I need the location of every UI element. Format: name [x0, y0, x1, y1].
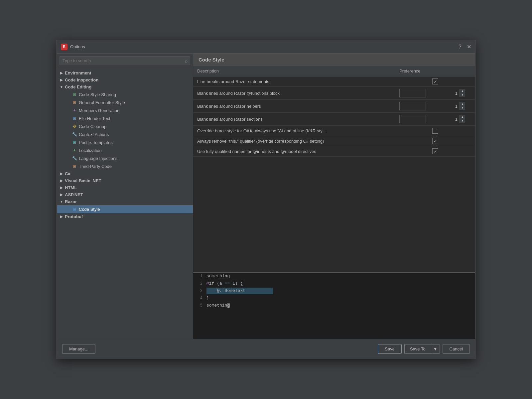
pref-blank-lines-helpers[interactable]: ▲▼	[395, 100, 475, 113]
tree-item-razor[interactable]: ▼Razor	[57, 198, 193, 205]
tree-item-icon: ⊞	[71, 99, 77, 105]
tree-item-context-actions[interactable]: 🔧Context Actions	[57, 130, 193, 138]
tree-item-icon: 🔧	[71, 155, 77, 161]
right-panel: Code Style Description Preference Line b…	[193, 54, 475, 339]
tree-item-icon: ⊞	[71, 115, 77, 121]
manage-button[interactable]: Manage...	[62, 344, 95, 354]
spinner-up-blank-lines-helpers[interactable]: ▲	[460, 102, 465, 106]
tree-item-code-inspection[interactable]: ▶Code Inspection	[57, 76, 193, 83]
options-dialog: R Options ? ✕ ⌕ ▶Environment▶Code Inspec…	[57, 40, 475, 359]
tree-item-members-generation[interactable]: ✦Members Generation	[57, 106, 193, 114]
tree-item-protobuf[interactable]: ▶Protobuf	[57, 213, 193, 220]
table-row: Override brace style for C# to always us…	[193, 126, 475, 136]
tree-item-third-party-code[interactable]: ⊞Third-Party Code	[57, 162, 193, 170]
tree-item-label: HTML	[65, 185, 77, 190]
checkbox-override-brace-style[interactable]	[432, 128, 438, 134]
line-number: 1	[193, 273, 206, 280]
spinner-input-blank-lines-helpers[interactable]	[400, 103, 460, 110]
tree-item-code-editing[interactable]: ▼Code Editing	[57, 83, 193, 90]
search-box: ⌕	[57, 54, 193, 68]
pref-line-breaks-razor[interactable]: ✓	[395, 76, 475, 87]
tree-item-icon: ✦	[71, 107, 77, 113]
cancel-button[interactable]: Cancel	[443, 344, 470, 354]
col-description: Description	[193, 66, 395, 76]
line-content: something	[206, 273, 230, 280]
table-row: Blank lines around Razor sections▲▼	[193, 113, 475, 126]
checkbox-fully-qualified-names[interactable]: ✓	[432, 148, 438, 154]
desc-fully-qualified-names: Use fully qualified names for @inherits …	[193, 146, 395, 157]
tree-item-label: Localization	[79, 148, 102, 153]
tree-item-icon: ⊞	[71, 139, 77, 145]
line-number: 2	[193, 280, 206, 287]
desc-line-breaks-razor: Line breaks around Razor statements	[193, 76, 395, 87]
code-line: 5something	[193, 302, 475, 309]
spinner-down-blank-lines-helpers[interactable]: ▼	[460, 106, 465, 110]
tree-item-label: C#	[65, 171, 70, 176]
pref-always-remove-this[interactable]: ✓	[395, 136, 475, 146]
tree-item-language-injections[interactable]: 🔧Language Injections	[57, 154, 193, 162]
tree-item-label: General Formatter Style	[79, 100, 125, 105]
col-preference: Preference	[395, 66, 475, 76]
tree-item-file-header-text[interactable]: ⊞File Header Text	[57, 114, 193, 122]
pref-blank-lines-functions[interactable]: ▲▼	[395, 87, 475, 100]
left-panel: ⌕ ▶Environment▶Code Inspection▼Code Edit…	[57, 54, 193, 339]
tree-arrow: ▶	[60, 186, 64, 190]
line-content: @if (a == 1) {	[206, 280, 243, 287]
tree-arrow: ▶	[60, 179, 64, 183]
pref-blank-lines-sections[interactable]: ▲▼	[395, 113, 475, 126]
desc-override-brace-style: Override brace style for C# to always us…	[193, 126, 395, 136]
code-line: 2@if (a == 1) {	[193, 280, 475, 287]
table-row: Blank lines around Razor @functions bloc…	[193, 87, 475, 100]
pref-fully-qualified-names[interactable]: ✓	[395, 146, 475, 157]
tree-arrow: ▶	[60, 193, 64, 197]
tree-item-postfix-templates[interactable]: ⊞Postfix Templates	[57, 138, 193, 146]
tree-item-code-style[interactable]: ⊞Code Style	[57, 205, 193, 213]
tree-item-localization[interactable]: ✦Localization	[57, 146, 193, 154]
spinner-down-blank-lines-sections[interactable]: ▼	[460, 119, 465, 123]
code-line: 4}	[193, 295, 475, 302]
tree-item-general-formatter-style[interactable]: ⊞General Formatter Style	[57, 98, 193, 106]
tree-item-environment[interactable]: ▶Environment	[57, 69, 193, 76]
desc-blank-lines-functions: Blank lines around Razor @functions bloc…	[193, 87, 395, 100]
tree-item-label: Environment	[65, 70, 91, 75]
spinner-input-blank-lines-functions[interactable]	[400, 90, 460, 97]
tree-item-label: Context Actions	[79, 132, 109, 137]
tree-item-code-cleanup[interactable]: ⚙Code Cleanup	[57, 122, 193, 130]
tree-panel: ▶Environment▶Code Inspection▼Code Editin…	[57, 68, 193, 339]
table-row: Always remove "this." qualifier (overrid…	[193, 136, 475, 146]
tree-item-csharp[interactable]: ▶C#	[57, 170, 193, 177]
close-button[interactable]: ✕	[467, 44, 471, 50]
dialog-title: Options	[70, 44, 85, 49]
save-to-arrow-button[interactable]: ▼	[431, 344, 440, 354]
table-row: Use fully qualified names for @inherits …	[193, 146, 475, 157]
tree-item-label: Code Style Sharing	[79, 92, 116, 97]
checkbox-line-breaks-razor[interactable]: ✓	[432, 78, 438, 84]
pref-override-brace-style[interactable]	[395, 126, 475, 136]
tree-item-code-style-sharing[interactable]: ⊞Code Style Sharing	[57, 90, 193, 98]
checkbox-always-remove-this[interactable]: ✓	[432, 138, 438, 144]
code-line: 3 @: SomeText	[193, 287, 475, 295]
save-to-button[interactable]: Save To	[404, 344, 431, 354]
save-button[interactable]: Save	[378, 344, 402, 354]
desc-blank-lines-sections: Blank lines around Razor sections	[193, 113, 395, 126]
tree-item-icon: ⊞	[71, 163, 77, 169]
spinner-up-blank-lines-functions[interactable]: ▲	[460, 89, 465, 93]
tree-item-label: Razor	[65, 199, 77, 204]
search-icon: ⌕	[185, 58, 188, 64]
spinner-input-blank-lines-sections[interactable]	[400, 116, 460, 123]
help-button[interactable]: ?	[459, 44, 462, 50]
search-input[interactable]	[60, 56, 190, 65]
tree-arrow: ▶	[60, 172, 64, 176]
spinner-down-blank-lines-functions[interactable]: ▼	[460, 93, 465, 97]
panel-title: Code Style	[199, 57, 224, 63]
tree-item-vb-net[interactable]: ▶Visual Basic .NET	[57, 177, 193, 184]
app-icon: R	[61, 44, 67, 50]
tree-item-asp-net[interactable]: ▶ASP.NET	[57, 191, 193, 198]
tree-item-html[interactable]: ▶HTML	[57, 184, 193, 191]
tree-item-label: Protobuf	[65, 214, 83, 219]
spinner-up-blank-lines-sections[interactable]: ▲	[460, 115, 465, 119]
title-bar-left: R Options	[61, 44, 85, 50]
tree-item-label: File Header Text	[79, 116, 110, 121]
right-header: Code Style	[193, 54, 475, 66]
tree-item-label: Third-Party Code	[79, 164, 112, 169]
